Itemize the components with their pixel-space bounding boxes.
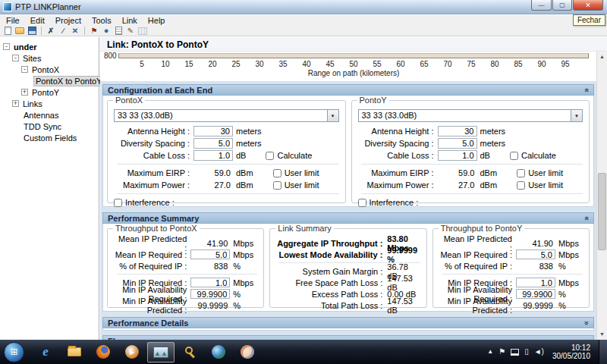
table-icon[interactable] [137,26,148,36]
menu-project[interactable]: Project [50,15,86,26]
tree-item-antennas[interactable]: Antennas [0,109,99,121]
menu-help[interactable]: Help [143,15,171,26]
antenna-height-row: Antenna Height : meters [114,125,339,137]
expand-chevron-icon[interactable]: « [583,321,590,325]
tree-item-pontox-to-pontoy[interactable]: PontoX to PontoY [0,75,99,86]
diversity-spacing-input[interactable] [438,138,477,149]
expander-icon[interactable]: + [21,89,28,96]
scroll-down-arrow[interactable]: ▼ [597,329,607,340]
open-project-icon[interactable] [14,26,25,36]
antenna-height-input[interactable] [193,126,233,136]
x-axis-tick-label: 65 [420,60,428,68]
interference-checkbox[interactable] [114,199,122,207]
user-limit-checkbox[interactable] [517,181,525,190]
new-site-icon[interactable]: ✗ [46,26,56,36]
tree-item-sites[interactable]: - Sites [0,52,99,64]
globe-icon[interactable]: ● [101,26,112,36]
path-profile-chart: 800 510152025303540455055606570758085909… [100,52,596,81]
antenna-select-pontox[interactable]: 33 33 (33.0dB) ▼ [114,109,339,122]
tray-expand-icon[interactable]: ▲ [487,349,493,355]
menu-file[interactable]: File [1,15,25,26]
calculate-checkbox[interactable] [510,152,518,160]
chevron-down-icon[interactable]: ▼ [327,110,338,121]
tree-item-project[interactable]: - under [0,41,99,52]
new-link-icon[interactable]: ∕ [58,26,68,36]
taskbar-google-earth-button[interactable] [205,342,232,362]
taskbar-firefox-button[interactable] [90,342,117,362]
field-label: Mean IP Required : [439,250,512,259]
menu-link[interactable]: Link [117,15,143,26]
diversity-spacing-input[interactable] [193,138,233,149]
new-project-icon[interactable] [2,26,13,36]
section-header-performance-summary[interactable]: Performance Summary « [102,212,594,224]
user-limit-checkbox[interactable] [273,181,281,190]
user-limit-checkbox[interactable] [517,169,525,177]
system-tray: ▲ ⚑ ▯ ◄) 10:12 30/05/2010 [487,340,607,364]
field-label: Maximum Power : [358,180,434,190]
maximize-button[interactable]: ▢ [552,0,572,11]
show-desktop-button[interactable] [599,340,607,364]
page-title: Link: PontoX to PontoY [100,37,607,52]
action-center-flag-icon[interactable]: ⚑ [498,348,505,356]
field-label: Excess Path Loss : [276,290,382,299]
save-project-icon[interactable] [27,26,37,36]
antenna-height-row: Antenna Height : meters [358,125,583,137]
tree-item-tdd-sync[interactable]: TDD Sync [0,121,99,132]
start-button[interactable]: ⊞ [4,342,24,362]
unit-label: dBm [236,168,253,177]
field-label: Min IP Availability Predicted : [114,297,187,315]
tree-item-custom-fields[interactable]: Custom Fields [0,132,99,143]
settings-icon[interactable]: ✎ [125,26,136,36]
user-limit-checkbox[interactable] [273,169,281,177]
unit-label: Mbps [233,239,257,248]
expander-icon[interactable]: - [12,55,19,61]
expander-icon[interactable]: - [21,66,28,73]
scroll-up-arrow[interactable]: ▲ [597,52,607,62]
power-icon[interactable]: ▯ [524,348,529,356]
cable-loss-input[interactable] [438,150,477,161]
cable-loss-input[interactable] [193,150,233,161]
taskbar-keys-button[interactable] [176,342,203,362]
min-ip-required-input[interactable] [516,278,555,287]
menu-edit[interactable]: Edit [25,15,50,26]
tree-item-pontox[interactable]: - PontoX [0,64,99,75]
expander-icon[interactable]: + [12,100,19,107]
interference-checkbox[interactable] [358,199,366,207]
scrollbar-thumb[interactable] [598,173,606,251]
divider [117,164,339,165]
delete-icon[interactable]: ✕ [70,26,80,36]
min-availability-required-input[interactable] [516,289,555,299]
taskbar-media-player-button[interactable]: ▶ [118,342,146,362]
unit-label: % [558,262,583,271]
report-icon[interactable] [113,26,124,36]
x-axis-tick-label: 20 [208,60,216,68]
taskbar-linkplanner-button[interactable]: ▲▲ [147,342,175,362]
chevron-down-icon[interactable]: ▼ [571,110,582,121]
taskbar-explorer-button[interactable] [61,342,88,362]
expander-icon[interactable]: - [3,43,10,50]
section-header-performance-details[interactable]: Performance Details « [102,317,594,328]
min-availability-required-input[interactable] [190,289,230,299]
section-header-configuration[interactable]: Configuration at Each End « [102,84,594,96]
network-icon[interactable] [511,349,519,356]
mean-ip-required-input[interactable] [190,249,230,259]
vertical-scrollbar[interactable]: ▲ ▼ [596,52,607,340]
close-button[interactable]: ✕ [573,0,603,11]
taskbar-paint-button[interactable] [234,342,261,362]
min-ip-required-input[interactable] [190,278,230,287]
mean-ip-required-input[interactable] [516,249,555,259]
collapse-chevron-icon[interactable]: « [583,88,590,93]
taskbar-ie-button[interactable]: e [32,342,59,362]
taskbar-clock[interactable]: 10:12 30/05/2010 [552,344,590,360]
tree-item-pontoy[interactable]: + PontoY [0,86,99,98]
menu-tools[interactable]: Tools [86,15,117,26]
antenna-height-input[interactable] [438,126,477,136]
tree-item-links[interactable]: + Links [0,98,99,109]
volume-icon[interactable]: ◄) [534,348,544,356]
collapse-chevron-icon[interactable]: « [583,216,590,221]
groupbox-legend: PontoY [357,96,389,105]
calculate-checkbox[interactable] [266,152,274,160]
antenna-select-pontoy[interactable]: 33 33 (33.0dB) ▼ [358,109,583,122]
flag-icon[interactable]: ⚑ [89,26,99,36]
minimize-button[interactable]: — [531,0,552,11]
